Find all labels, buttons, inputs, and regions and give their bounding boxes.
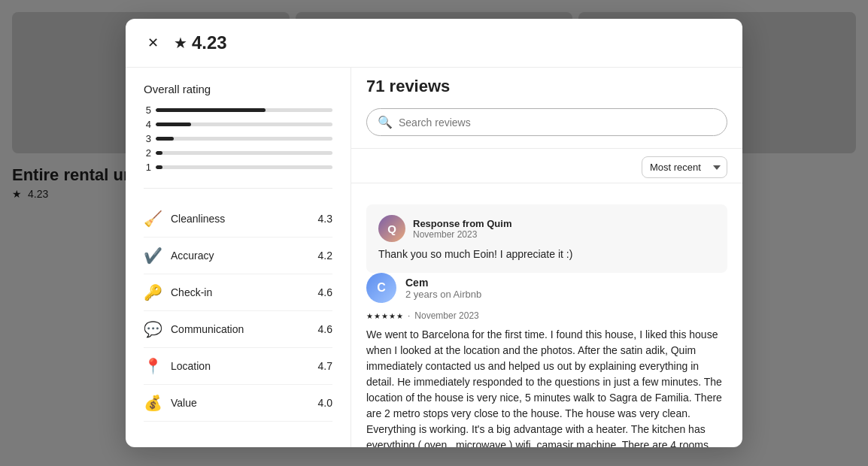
criteria-left-value: 💰 Value: [144, 394, 197, 412]
background-page: Entire rental unit · 8 guests ★ 4.23 ✕ ★…: [0, 0, 868, 466]
rating-bars: 5 4 3 2 1: [144, 104, 332, 173]
star-3: ★: [389, 312, 396, 320]
modal-title-row: ★ 4.23: [174, 32, 227, 53]
search-icon: 🔍: [378, 115, 393, 129]
bar-fill-5: [156, 108, 266, 112]
review-text-cem: We went to Barcelona for the first time.…: [366, 327, 727, 447]
top-response-meta: Response from Quim November 2023: [413, 218, 511, 240]
criteria-score-accuracy: 4.2: [318, 250, 332, 262]
overall-rating-label: Overall rating: [144, 83, 332, 95]
criteria-list: 🧹 Cleanliness 4.3 ✔️ Accuracy 4.2 🔑 Chec…: [144, 188, 332, 422]
bar-track-2: [156, 151, 332, 155]
criteria-item-check-in: 🔑 Check-in 4.6: [144, 274, 332, 311]
bar-row-4: 4: [144, 119, 332, 130]
criteria-item-accuracy: ✔️ Accuracy 4.2: [144, 238, 332, 274]
criteria-item-location: 📍 Location 4.7: [144, 348, 332, 385]
criteria-name-communication: Communication: [171, 323, 244, 335]
star-icon: ★: [174, 34, 187, 52]
criteria-icon-check-in: 🔑: [144, 283, 162, 301]
reviewer-info-cem: Cem 2 years on Airbnb: [405, 277, 481, 300]
criteria-icon-communication: 💬: [144, 320, 162, 338]
criteria-left-communication: 💬 Communication: [144, 320, 244, 338]
criteria-name-check-in: Check-in: [171, 286, 212, 298]
criteria-left-accuracy: ✔️ Accuracy: [144, 247, 214, 265]
right-panel: 71 reviews 🔍 Most recentHighest ratedLow…: [351, 68, 742, 447]
criteria-name-cleanliness: Cleanliness: [171, 213, 225, 225]
search-bar-container: 🔍: [366, 108, 727, 136]
top-response-text: Thank you so much Eoin! I appreciate it …: [378, 247, 715, 262]
rating-number: 4.23: [192, 32, 227, 53]
criteria-score-location: 4.7: [318, 360, 332, 372]
criteria-icon-cleanliness: 🧹: [144, 210, 162, 228]
star-badge: ★ 4.23: [174, 32, 227, 53]
criteria-icon-location: 📍: [144, 357, 162, 375]
reviews-modal: ✕ ★ 4.23 Overall rating 5: [126, 19, 742, 447]
bar-fill-1: [156, 165, 162, 169]
reviews-list: Q Response from Quim November 2023 Thank…: [351, 183, 742, 447]
criteria-icon-value: 💰: [144, 394, 162, 412]
reviewer-sub-cem: 2 years on Airbnb: [405, 289, 481, 300]
bar-fill-3: [156, 137, 174, 141]
bar-row-1: 1: [144, 162, 332, 173]
top-response-block: Q Response from Quim November 2023 Thank…: [366, 204, 727, 273]
criteria-name-location: Location: [171, 360, 211, 372]
bar-row-3: 3: [144, 133, 332, 144]
stars-row: ★★★★★: [366, 312, 403, 320]
reviewer-name-cem: Cem: [405, 277, 481, 289]
star-1: ★: [374, 312, 381, 320]
bar-row-2: 2: [144, 147, 332, 159]
bar-num-2: 2: [144, 147, 151, 159]
bar-row-5: 5: [144, 104, 332, 116]
criteria-item-value: 💰 Value 4.0: [144, 385, 332, 422]
bar-fill-4: [156, 123, 191, 126]
criteria-score-check-in: 4.6: [318, 286, 332, 298]
review-meta-cem: ★★★★★ · November 2023: [366, 310, 727, 321]
star-4: ★: [396, 312, 403, 320]
modal-backdrop: ✕ ★ 4.23 Overall rating 5: [0, 0, 868, 466]
left-panel: Overall rating 5 4 3 2 1: [126, 68, 351, 447]
bar-num-1: 1: [144, 162, 151, 173]
search-bar-row: 🔍: [351, 96, 742, 149]
criteria-item-communication: 💬 Communication 4.6: [144, 311, 332, 348]
close-button[interactable]: ✕: [141, 31, 165, 55]
top-response-avatar: Q: [378, 215, 405, 242]
modal-header: ✕ ★ 4.23: [126, 19, 742, 68]
review-item-review-cem: C Cem 2 years on Airbnb ★★★★★ · November…: [366, 273, 727, 447]
top-response-header: Q Response from Quim November 2023: [378, 215, 715, 242]
star-0: ★: [366, 312, 373, 320]
sort-row: Most recentHighest ratedLowest rated: [351, 149, 742, 183]
criteria-left-location: 📍 Location: [144, 357, 211, 375]
review-date-cem: November 2023: [414, 310, 478, 321]
criteria-score-value: 4.0: [318, 397, 332, 409]
review-dot-cem: ·: [408, 310, 410, 321]
top-response-date: November 2023: [413, 229, 511, 240]
bar-num-5: 5: [144, 104, 151, 116]
criteria-name-value: Value: [171, 397, 197, 409]
bar-fill-2: [156, 151, 162, 155]
criteria-score-cleanliness: 4.3: [318, 213, 332, 225]
bar-track-5: [156, 108, 332, 112]
modal-body: Overall rating 5 4 3 2 1: [126, 68, 742, 447]
sort-select[interactable]: Most recentHighest ratedLowest rated: [642, 156, 727, 178]
criteria-icon-accuracy: ✔️: [144, 247, 162, 265]
search-input[interactable]: [399, 116, 716, 129]
bar-track-3: [156, 137, 332, 141]
reviewer-row-cem: C Cem 2 years on Airbnb: [366, 273, 727, 303]
reviews-count-header: 71 reviews: [351, 68, 742, 96]
criteria-score-communication: 4.6: [318, 323, 332, 335]
criteria-item-cleanliness: 🧹 Cleanliness 4.3: [144, 201, 332, 238]
bar-track-1: [156, 165, 332, 169]
criteria-left-cleanliness: 🧹 Cleanliness: [144, 210, 225, 228]
avatar-cem: C: [366, 273, 396, 303]
criteria-left-check-in: 🔑 Check-in: [144, 283, 212, 301]
star-2: ★: [381, 312, 388, 320]
top-response-from: Response from Quim: [413, 218, 511, 229]
criteria-name-accuracy: Accuracy: [171, 250, 214, 262]
bar-num-4: 4: [144, 119, 151, 130]
bar-num-3: 3: [144, 133, 151, 144]
bar-track-4: [156, 123, 332, 126]
